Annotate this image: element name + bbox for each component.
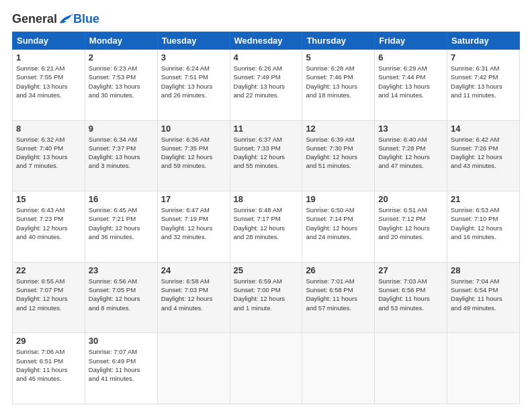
table-row: 10Sunrise: 6:36 AMSunset: 7:35 PMDayligh… — [157, 120, 230, 191]
table-row: 6Sunrise: 6:29 AMSunset: 7:44 PMDaylight… — [375, 50, 447, 121]
day-info: Sunrise: 6:28 AMSunset: 7:46 PMDaylight:… — [306, 64, 371, 99]
day-number: 23 — [89, 265, 154, 275]
day-number: 17 — [161, 194, 226, 204]
day-number: 26 — [306, 265, 371, 275]
day-number: 16 — [89, 194, 154, 204]
day-info: Sunrise: 6:29 AMSunset: 7:44 PMDaylight:… — [378, 64, 443, 99]
logo: General Blue — [12, 12, 99, 26]
table-row: 8Sunrise: 6:32 AMSunset: 7:40 PMDaylight… — [13, 120, 85, 191]
table-row — [375, 333, 447, 404]
day-info: Sunrise: 6:45 AMSunset: 7:21 PMDaylight:… — [89, 205, 154, 241]
table-row: 25Sunrise: 6:59 AMSunset: 7:00 PMDayligh… — [230, 262, 302, 333]
table-row: 22Sunrise: 6:55 AMSunset: 7:07 PMDayligh… — [13, 262, 85, 333]
day-info: Sunrise: 6:56 AMSunset: 7:05 PMDaylight:… — [89, 277, 154, 312]
col-saturday: Saturday — [447, 32, 520, 50]
table-row: 1Sunrise: 6:21 AMSunset: 7:55 PMDaylight… — [13, 50, 85, 121]
day-number: 29 — [16, 336, 81, 346]
day-info: Sunrise: 7:07 AMSunset: 6:49 PMDaylight:… — [89, 347, 154, 383]
col-wednesday: Wednesday — [230, 32, 302, 50]
logo-text: General Blue — [12, 12, 99, 26]
logo-blue: Blue — [73, 12, 99, 26]
table-row: 14Sunrise: 6:42 AMSunset: 7:26 PMDayligh… — [447, 120, 520, 191]
day-number: 6 — [378, 52, 443, 62]
table-row — [230, 333, 302, 404]
day-number: 5 — [306, 52, 371, 62]
day-info: Sunrise: 6:26 AMSunset: 7:49 PMDaylight:… — [234, 64, 299, 99]
col-monday: Monday — [85, 32, 157, 50]
table-row: 23Sunrise: 6:56 AMSunset: 7:05 PMDayligh… — [85, 262, 157, 333]
table-row: 5Sunrise: 6:28 AMSunset: 7:46 PMDaylight… — [302, 50, 375, 121]
day-number: 18 — [234, 194, 299, 204]
table-row: 4Sunrise: 6:26 AMSunset: 7:49 PMDaylight… — [230, 50, 302, 121]
calendar-week-row: 8Sunrise: 6:32 AMSunset: 7:40 PMDaylight… — [13, 120, 520, 191]
calendar-page: General Blue Sunday Monday Tuesday Wedne… — [0, 0, 532, 411]
table-row: 27Sunrise: 7:03 AMSunset: 6:56 PMDayligh… — [375, 262, 447, 333]
day-number: 14 — [451, 124, 516, 134]
day-number: 13 — [378, 124, 443, 134]
day-info: Sunrise: 6:24 AMSunset: 7:51 PMDaylight:… — [161, 64, 226, 99]
day-number: 2 — [89, 52, 154, 62]
table-row: 24Sunrise: 6:58 AMSunset: 7:03 PMDayligh… — [157, 262, 230, 333]
table-row: 7Sunrise: 6:31 AMSunset: 7:42 PMDaylight… — [447, 50, 520, 121]
col-tuesday: Tuesday — [157, 32, 230, 50]
table-row: 29Sunrise: 7:06 AMSunset: 6:51 PMDayligh… — [13, 333, 85, 404]
day-info: Sunrise: 6:55 AMSunset: 7:07 PMDaylight:… — [16, 277, 81, 312]
calendar-week-row: 29Sunrise: 7:06 AMSunset: 6:51 PMDayligh… — [13, 333, 520, 404]
col-friday: Friday — [375, 32, 447, 50]
day-number: 19 — [306, 194, 371, 204]
day-info: Sunrise: 6:58 AMSunset: 7:03 PMDaylight:… — [161, 277, 226, 312]
day-number: 9 — [89, 124, 154, 134]
table-row: 2Sunrise: 6:23 AMSunset: 7:53 PMDaylight… — [85, 50, 157, 121]
table-row: 30Sunrise: 7:07 AMSunset: 6:49 PMDayligh… — [85, 333, 157, 404]
day-info: Sunrise: 7:06 AMSunset: 6:51 PMDaylight:… — [16, 347, 81, 383]
calendar-week-row: 1Sunrise: 6:21 AMSunset: 7:55 PMDaylight… — [13, 50, 520, 121]
day-number: 30 — [89, 336, 154, 346]
table-row: 9Sunrise: 6:34 AMSunset: 7:37 PMDaylight… — [85, 120, 157, 191]
day-number: 1 — [16, 52, 81, 62]
day-number: 4 — [234, 52, 299, 62]
day-number: 28 — [451, 265, 516, 275]
day-number: 24 — [161, 265, 226, 275]
table-row: 21Sunrise: 6:53 AMSunset: 7:10 PMDayligh… — [447, 191, 520, 263]
day-number: 10 — [161, 124, 226, 134]
table-row: 15Sunrise: 6:43 AMSunset: 7:23 PMDayligh… — [13, 191, 85, 263]
logo-general: General — [12, 12, 57, 26]
day-info: Sunrise: 6:31 AMSunset: 7:42 PMDaylight:… — [451, 64, 516, 99]
day-number: 15 — [16, 194, 81, 204]
day-info: Sunrise: 6:59 AMSunset: 7:00 PMDaylight:… — [234, 277, 299, 312]
day-info: Sunrise: 7:03 AMSunset: 6:56 PMDaylight:… — [378, 277, 443, 312]
day-number: 7 — [451, 52, 516, 62]
table-row: 20Sunrise: 6:51 AMSunset: 7:12 PMDayligh… — [375, 191, 447, 263]
day-info: Sunrise: 6:21 AMSunset: 7:55 PMDaylight:… — [16, 64, 81, 99]
header: General Blue — [12, 12, 520, 26]
day-info: Sunrise: 6:51 AMSunset: 7:12 PMDaylight:… — [378, 205, 443, 241]
day-number: 25 — [234, 265, 299, 275]
calendar-table: Sunday Monday Tuesday Wednesday Thursday… — [12, 32, 520, 404]
table-row — [447, 333, 520, 404]
day-info: Sunrise: 6:53 AMSunset: 7:10 PMDaylight:… — [451, 205, 516, 241]
table-row: 12Sunrise: 6:39 AMSunset: 7:30 PMDayligh… — [302, 120, 375, 191]
table-row — [157, 333, 230, 404]
table-row: 13Sunrise: 6:40 AMSunset: 7:28 PMDayligh… — [375, 120, 447, 191]
day-info: Sunrise: 6:50 AMSunset: 7:14 PMDaylight:… — [306, 205, 371, 241]
table-row: 26Sunrise: 7:01 AMSunset: 6:58 PMDayligh… — [302, 262, 375, 333]
day-number: 22 — [16, 265, 81, 275]
table-row: 28Sunrise: 7:04 AMSunset: 6:54 PMDayligh… — [447, 262, 520, 333]
day-info: Sunrise: 6:36 AMSunset: 7:35 PMDaylight:… — [161, 135, 226, 171]
day-number: 20 — [378, 194, 443, 204]
day-number: 3 — [161, 52, 226, 62]
day-number: 11 — [234, 124, 299, 134]
day-info: Sunrise: 7:04 AMSunset: 6:54 PMDaylight:… — [451, 277, 516, 312]
calendar-week-row: 22Sunrise: 6:55 AMSunset: 7:07 PMDayligh… — [13, 262, 520, 333]
day-info: Sunrise: 6:23 AMSunset: 7:53 PMDaylight:… — [89, 64, 154, 99]
day-number: 21 — [451, 194, 516, 204]
day-info: Sunrise: 6:48 AMSunset: 7:17 PMDaylight:… — [234, 205, 299, 241]
day-number: 12 — [306, 124, 371, 134]
table-row: 16Sunrise: 6:45 AMSunset: 7:21 PMDayligh… — [85, 191, 157, 263]
day-info: Sunrise: 6:42 AMSunset: 7:26 PMDaylight:… — [451, 135, 516, 171]
table-row: 19Sunrise: 6:50 AMSunset: 7:14 PMDayligh… — [302, 191, 375, 263]
day-info: Sunrise: 6:43 AMSunset: 7:23 PMDaylight:… — [16, 205, 81, 241]
day-info: Sunrise: 6:40 AMSunset: 7:28 PMDaylight:… — [378, 135, 443, 171]
day-number: 8 — [16, 124, 81, 134]
calendar-header-row: Sunday Monday Tuesday Wednesday Thursday… — [13, 32, 520, 50]
